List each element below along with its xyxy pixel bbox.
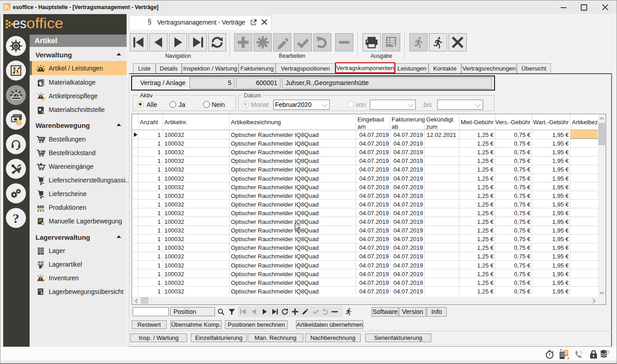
svg-text:o: o [8, 7, 10, 10]
svg-text:?: ? [13, 212, 20, 224]
svg-text:office: office [26, 15, 63, 31]
svg-text:es: es [13, 15, 26, 31]
